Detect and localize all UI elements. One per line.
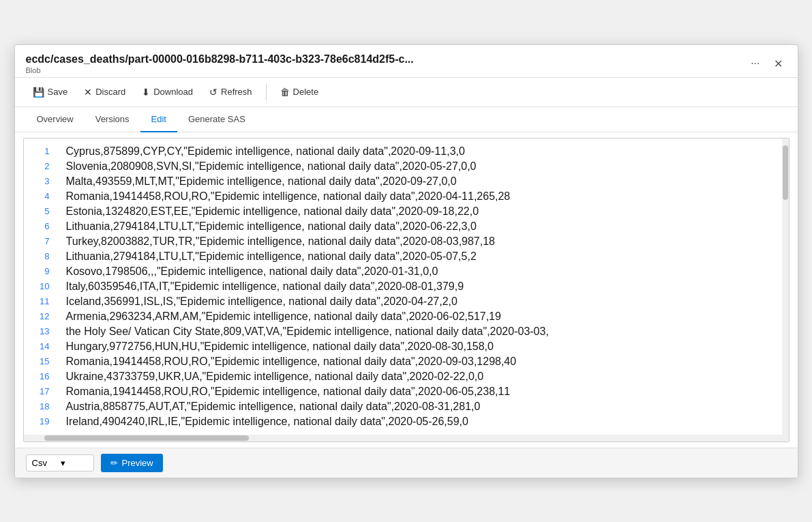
format-label: Csv	[32, 458, 47, 468]
code-line: Romania,19414458,ROU,RO,"Epidemic intell…	[66, 384, 782, 399]
code-line: Austria,8858775,AUT,AT,"Epidemic intelli…	[66, 399, 782, 414]
code-line: Malta,493559,MLT,MT,"Epidemic intelligen…	[66, 174, 782, 189]
main-window: ecdc/cases_deaths/part-00000-016b8298-b7…	[14, 44, 798, 478]
code-line: Turkey,82003882,TUR,TR,"Epidemic intelli…	[66, 234, 782, 249]
preview-button[interactable]: ✏ Preview	[101, 454, 163, 472]
refresh-icon: ↺	[209, 87, 217, 98]
line-number: 19	[24, 414, 58, 429]
refresh-button[interactable]: ↺ Refresh	[202, 83, 259, 101]
code-line: Estonia,1324820,EST,EE,"Epidemic intelli…	[66, 204, 782, 219]
tab-generate-sas[interactable]: Generate SAS	[177, 107, 256, 132]
title-block: ecdc/cases_deaths/part-00000-016b8298-b7…	[26, 53, 739, 74]
chevron-down-icon: ▾	[61, 458, 65, 468]
code-line: Ireland,4904240,IRL,IE,"Epidemic intelli…	[66, 414, 782, 429]
scrollbar-thumb-v[interactable]	[783, 145, 788, 200]
line-number: 8	[24, 249, 58, 264]
line-number: 11	[24, 294, 58, 309]
delete-icon: 🗑	[280, 87, 290, 98]
bottom-bar: Csv ▾ ✏ Preview	[15, 448, 798, 478]
toolbar: 💾 Save ✕ Discard ⬇ Download ↺ Refresh 🗑 …	[15, 78, 798, 107]
more-options-button[interactable]: ···	[747, 55, 764, 72]
code-line: Iceland,356991,ISL,IS,"Epidemic intellig…	[66, 294, 782, 309]
download-button[interactable]: ⬇ Download	[135, 83, 200, 101]
save-button[interactable]: 💾 Save	[26, 83, 75, 101]
save-icon: 💾	[33, 87, 44, 98]
download-icon: ⬇	[142, 87, 150, 98]
editor-inner: 12345678910111213141516171819 Cyprus,875…	[24, 139, 789, 435]
code-line: Kosovo,1798506,,,"Epidemic intelligence,…	[66, 264, 782, 279]
code-line: Armenia,2963234,ARM,AM,"Epidemic intelli…	[66, 309, 782, 324]
line-number: 15	[24, 354, 58, 369]
code-line: Hungary,9772756,HUN,HU,"Epidemic intelli…	[66, 339, 782, 354]
tabs-bar: Overview Versions Edit Generate SAS	[15, 107, 798, 132]
scrollbar-thumb-h[interactable]	[44, 435, 249, 441]
delete-button[interactable]: 🗑 Delete	[273, 83, 326, 101]
line-number: 6	[24, 219, 58, 234]
discard-button[interactable]: ✕ Discard	[77, 83, 132, 101]
horizontal-scrollbar[interactable]	[24, 435, 789, 441]
line-number: 9	[24, 264, 58, 279]
close-button[interactable]: ✕	[770, 55, 787, 73]
line-number: 5	[24, 204, 58, 219]
line-number: 16	[24, 369, 58, 384]
line-number: 10	[24, 279, 58, 294]
title-actions: ··· ✕	[747, 55, 786, 73]
line-number: 12	[24, 309, 58, 324]
code-line: Lithuania,2794184,LTU,LT,"Epidemic intel…	[66, 219, 782, 234]
window-subtitle: Blob	[26, 66, 739, 74]
code-line: Slovenia,2080908,SVN,SI,"Epidemic intell…	[66, 159, 782, 174]
code-line: Romania,19414458,ROU,RO,"Epidemic intell…	[66, 189, 782, 204]
code-line: Ukraine,43733759,UKR,UA,"Epidemic intell…	[66, 369, 782, 384]
line-number: 14	[24, 339, 58, 354]
line-numbers: 12345678910111213141516171819	[24, 139, 58, 435]
code-content[interactable]: Cyprus,875899,CYP,CY,"Epidemic intellige…	[58, 139, 782, 435]
discard-icon: ✕	[84, 87, 92, 98]
code-line: Cyprus,875899,CYP,CY,"Epidemic intellige…	[66, 144, 782, 159]
pencil-icon: ✏	[110, 458, 118, 468]
toolbar-divider	[266, 84, 267, 100]
tab-versions[interactable]: Versions	[85, 107, 140, 132]
code-line: Romania,19414458,ROU,RO,"Epidemic intell…	[66, 354, 782, 369]
line-number: 3	[24, 174, 58, 189]
line-number: 7	[24, 234, 58, 249]
line-number: 13	[24, 324, 58, 339]
line-number: 17	[24, 384, 58, 399]
line-number: 2	[24, 159, 58, 174]
line-number: 4	[24, 189, 58, 204]
format-select[interactable]: Csv ▾	[26, 454, 94, 472]
window-title: ecdc/cases_deaths/part-00000-016b8298-b7…	[26, 53, 739, 66]
line-number: 1	[24, 144, 58, 159]
code-line: the Holy See/ Vatican City State,809,VAT…	[66, 324, 782, 339]
editor-wrapper: 12345678910111213141516171819 Cyprus,875…	[23, 138, 790, 442]
vertical-scrollbar[interactable]	[782, 139, 789, 435]
title-bar: ecdc/cases_deaths/part-00000-016b8298-b7…	[15, 45, 798, 78]
tab-overview[interactable]: Overview	[26, 107, 85, 132]
code-line: Lithuania,2794184,LTU,LT,"Epidemic intel…	[66, 249, 782, 264]
tab-edit[interactable]: Edit	[140, 107, 177, 132]
line-number: 18	[24, 399, 58, 414]
code-line: Italy,60359546,ITA,IT,"Epidemic intellig…	[66, 279, 782, 294]
